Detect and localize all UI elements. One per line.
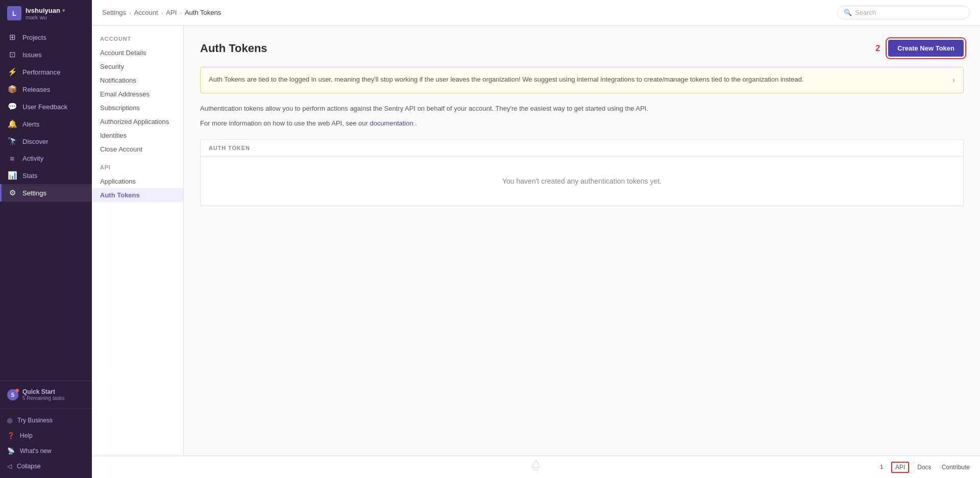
quickstart-section: 5 Quick Start 5 Remaining tasks bbox=[0, 381, 92, 408]
footer-link-contribute[interactable]: Contribute bbox=[940, 463, 972, 472]
discover-icon: 🔭 bbox=[7, 137, 17, 146]
topbar: Settings › Account › API › Auth Tokens 🔍 bbox=[92, 0, 980, 26]
quickstart-dot bbox=[15, 389, 19, 392]
breadcrumb-api[interactable]: API bbox=[166, 9, 177, 16]
performance-icon: ⚡ bbox=[7, 67, 17, 77]
settings-content: Auth Tokens 2 Create New Token Auth Toke… bbox=[184, 26, 980, 456]
sidebar-item-settings[interactable]: ⚙Settings bbox=[0, 184, 92, 202]
settings-nav-auth-tokens[interactable]: Auth Tokens bbox=[92, 188, 183, 202]
settings-nav-security[interactable]: Security bbox=[92, 60, 183, 73]
page-title: Auth Tokens bbox=[200, 42, 875, 55]
user-feedback-icon: 💬 bbox=[7, 102, 17, 111]
warning-chevron-icon: › bbox=[952, 75, 955, 86]
bottom-bar: 1 APIDocsContribute bbox=[92, 456, 980, 478]
documentation-link[interactable]: documentation bbox=[370, 119, 413, 127]
sidebar-item-performance[interactable]: ⚡Performance bbox=[0, 63, 92, 81]
settings-nav-subscriptions[interactable]: Subscriptions bbox=[92, 101, 183, 115]
sidebar-label-stats: Stats bbox=[22, 172, 38, 180]
quickstart-sublabel: 5 Remaining tasks bbox=[22, 395, 64, 401]
sidebar-bottom-whats-new[interactable]: 📡What's new bbox=[0, 443, 92, 459]
breadcrumb-current: Auth Tokens bbox=[185, 9, 221, 16]
sidebar-label-settings: Settings bbox=[22, 189, 46, 197]
projects-icon: ⊞ bbox=[7, 33, 17, 42]
page-header: Auth Tokens 2 Create New Token bbox=[200, 40, 964, 57]
breadcrumb-settings[interactable]: Settings bbox=[102, 9, 126, 16]
settings-icon: ⚙ bbox=[7, 188, 17, 197]
footer-link-docs[interactable]: Docs bbox=[915, 463, 933, 472]
bottom-label-whats-new: What's new bbox=[20, 447, 52, 455]
sidebar-item-activity[interactable]: ≡Activity bbox=[0, 150, 92, 167]
quickstart-item[interactable]: 5 Quick Start 5 Remaining tasks bbox=[7, 385, 85, 404]
main-nav: ⊞Projects⊡Issues⚡Performance📦Releases💬Us… bbox=[0, 27, 92, 381]
sidebar-bottom: ◎Try Business❓Help📡What's new◁Collapse bbox=[0, 408, 92, 478]
avatar-initial: L bbox=[12, 10, 16, 17]
sidebar-label-issues: Issues bbox=[22, 51, 42, 59]
stats-icon: 📊 bbox=[7, 171, 17, 180]
bottom-links: 1 APIDocsContribute bbox=[880, 462, 972, 473]
user-subname: mark wu bbox=[26, 14, 85, 20]
quickstart-badge: 5 bbox=[7, 389, 18, 400]
sidebar-item-issues[interactable]: ⊡Issues bbox=[0, 46, 92, 63]
settings-nav-account-details[interactable]: Account Details bbox=[92, 46, 183, 60]
breadcrumb: Settings › Account › API › Auth Tokens bbox=[102, 9, 221, 16]
sidebar-label-discover: Discover bbox=[22, 138, 48, 145]
help-icon: ❓ bbox=[7, 432, 15, 439]
info-text-2: For more information on how to use the w… bbox=[200, 118, 964, 129]
sidebar-label-alerts: Alerts bbox=[22, 120, 39, 128]
token-table-empty: You haven't created any authentication t… bbox=[201, 157, 963, 206]
footer-link-api[interactable]: API bbox=[891, 462, 909, 473]
quickstart-info: Quick Start 5 Remaining tasks bbox=[22, 388, 64, 401]
badge-number: 2 bbox=[875, 44, 880, 53]
bottom-label-help: Help bbox=[20, 432, 33, 439]
alerts-icon: 🔔 bbox=[7, 119, 17, 129]
settings-nav-notifications[interactable]: Notifications bbox=[92, 73, 183, 87]
token-table-header: AUTH TOKEN bbox=[201, 140, 963, 157]
sidebar-bottom-collapse[interactable]: ◁Collapse bbox=[0, 459, 92, 474]
create-token-button[interactable]: Create New Token bbox=[888, 40, 964, 57]
main-area: Settings › Account › API › Auth Tokens 🔍… bbox=[92, 0, 980, 478]
sidebar-label-user-feedback: User Feedback bbox=[22, 103, 67, 111]
settings-sidebar: ACCOUNTAccount DetailsSecurityNotificati… bbox=[92, 26, 184, 456]
sidebar-item-projects[interactable]: ⊞Projects bbox=[0, 29, 92, 46]
breadcrumb-sep-3: › bbox=[180, 10, 182, 16]
issues-icon: ⊡ bbox=[7, 50, 17, 59]
bottom-label-try-business: Try Business bbox=[17, 417, 53, 424]
settings-nav-identities[interactable]: Identities bbox=[92, 129, 183, 142]
sidebar-bottom-help[interactable]: ❓Help bbox=[0, 428, 92, 443]
search-input[interactable] bbox=[855, 9, 963, 16]
settings-nav-applications[interactable]: Applications bbox=[92, 174, 183, 188]
warning-text: Auth Tokens are tied to the logged in us… bbox=[209, 74, 947, 85]
sentry-logo bbox=[529, 459, 543, 475]
avatar: L bbox=[7, 6, 21, 20]
try-business-icon: ◎ bbox=[7, 417, 12, 424]
breadcrumb-sep-1: › bbox=[129, 10, 131, 16]
settings-nav-email-addresses[interactable]: Email Addresses bbox=[92, 87, 183, 101]
activity-icon: ≡ bbox=[7, 154, 17, 163]
quickstart-label: Quick Start bbox=[22, 388, 64, 395]
settings-nav-close-account[interactable]: Close Account bbox=[92, 142, 183, 156]
search-icon: 🔍 bbox=[844, 9, 852, 16]
sidebar-header[interactable]: L lvshuiyuan ▾ mark wu bbox=[0, 0, 92, 27]
content-area: ACCOUNTAccount DetailsSecurityNotificati… bbox=[92, 26, 980, 456]
settings-nav-authorized-applications[interactable]: Authorized Applications bbox=[92, 115, 183, 129]
sidebar-item-alerts[interactable]: 🔔Alerts bbox=[0, 115, 92, 133]
releases-icon: 📦 bbox=[7, 85, 17, 94]
collapse-icon: ◁ bbox=[7, 463, 12, 470]
sidebar-item-stats[interactable]: 📊Stats bbox=[0, 167, 92, 184]
sidebar-label-projects: Projects bbox=[22, 34, 46, 41]
sidebar-item-releases[interactable]: 📦Releases bbox=[0, 81, 92, 98]
settings-section-title: ACCOUNT bbox=[92, 36, 183, 46]
user-info: lvshuiyuan ▾ mark wu bbox=[26, 7, 85, 20]
quickstart-count: 5 bbox=[11, 392, 14, 398]
token-table: AUTH TOKEN You haven't created any authe… bbox=[200, 139, 964, 206]
warning-box: Auth Tokens are tied to the logged in us… bbox=[200, 67, 964, 93]
sidebar-item-discover[interactable]: 🔭Discover bbox=[0, 133, 92, 150]
sidebar-label-performance: Performance bbox=[22, 68, 60, 76]
info-text-2-prefix: For more information on how to use the w… bbox=[200, 119, 368, 127]
sidebar-bottom-try-business[interactable]: ◎Try Business bbox=[0, 413, 92, 428]
sidebar-item-user-feedback[interactable]: 💬User Feedback bbox=[0, 98, 92, 115]
breadcrumb-account[interactable]: Account bbox=[134, 9, 158, 16]
settings-section-api: APIApplicationsAuth Tokens bbox=[92, 164, 183, 202]
settings-section-title: API bbox=[92, 164, 183, 174]
info-text-1: Authentication tokens allow you to perfo… bbox=[200, 104, 964, 114]
